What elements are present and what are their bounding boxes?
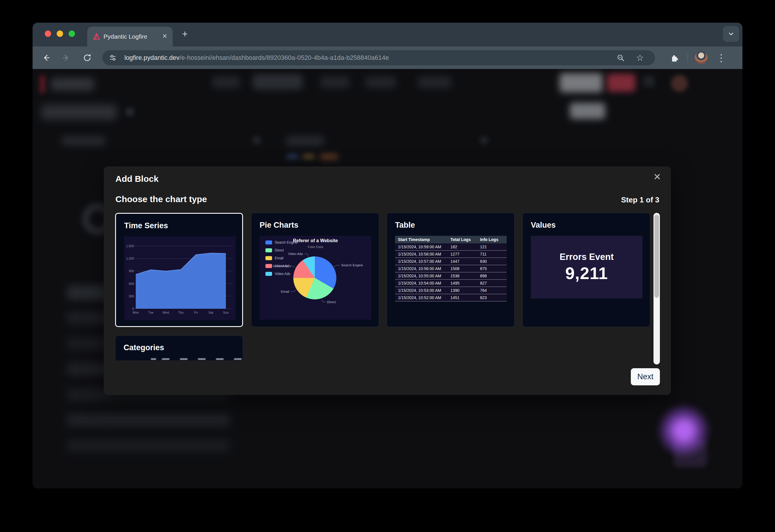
extensions-puzzle-icon[interactable] [669,53,679,62]
svg-text:0: 0 [132,307,134,310]
clipped-chart-sliver [162,358,169,360]
browser-toolbar: logfire.pydantic.dev/e-hosseini/ehsan/da… [33,46,742,69]
url-text: logfire.pydantic.dev/e-hosseini/ehsan/da… [124,50,389,65]
add-block-modal: Add Block ✕ Choose the chart type Step 1… [104,166,671,395]
card-title: Time Series [124,221,168,230]
table-row: 1/15/2024, 10:56:00 AM1508875 [395,265,507,272]
modal-subtitle: Choose the chart type [115,194,207,204]
card-title: Categories [123,343,164,352]
svg-text:Tue: Tue [148,311,153,314]
clipped-chart-sliver [198,358,206,360]
maximize-window-button[interactable] [69,30,75,37]
tab-title: Pydantic Logfire [103,27,147,46]
minimize-window-button[interactable] [57,30,63,37]
modal-scrollbar[interactable] [654,213,660,364]
logfire-favicon-icon [92,33,100,41]
svg-text:1,200: 1,200 [126,257,134,260]
url-path: /e-hosseini/ehsan/dashboards/8920360a-05… [179,54,389,61]
svg-text:Thu: Thu [178,311,184,314]
chevron-down-icon [727,30,735,38]
table-header: Start Timestamp [395,236,447,243]
pie-slice-label: Video Ads [288,252,303,256]
table-row: 1/15/2024, 10:59:00 AM182121 [395,243,507,251]
card-title: Pie Charts [260,221,299,230]
forward-icon[interactable] [62,53,71,62]
table-row: 1/15/2024, 10:53:00 AM1390764 [395,287,507,294]
clipped-chart-sliver [151,358,156,360]
card-table[interactable]: Table Start TimestampTotal LogsInfo Logs… [387,213,514,327]
screen: Pydantic Logfire ✕ + [0,0,775,532]
card-title: Values [531,221,556,230]
table-row: 1/15/2024, 10:58:00 AM1277711 [395,251,507,258]
svg-text:Fri: Fri [194,311,198,314]
browser-window: Pydantic Logfire ✕ + [33,23,742,488]
card-values[interactable]: Values Errors Event 9,211 [522,213,650,327]
back-icon[interactable] [41,53,51,62]
next-button[interactable]: Next [631,368,660,385]
svg-text:Wed: Wed [162,311,169,314]
svg-text:Mon: Mon [132,311,139,314]
clipped-chart-sliver [180,358,187,360]
pie-callout-lines [260,236,371,320]
table-header: Total Logs [447,236,477,243]
metric-title: Errors Event [559,252,614,262]
bookmark-star-icon[interactable]: ☆ [636,53,644,63]
new-tab-button[interactable]: + [178,27,192,41]
table-preview: Start TimestampTotal LogsInfo Logs1/15/2… [395,236,507,299]
close-window-button[interactable] [45,30,51,37]
values-preview: Errors Event 9,211 [531,236,643,299]
svg-text:Sat: Sat [209,311,214,314]
time-series-chart: 03006009001,2001,500MonTueWedThuFriSatSu… [124,236,236,320]
reload-icon[interactable] [82,53,92,62]
table-header: Info Logs [477,236,507,243]
page-content: Add Block ✕ Choose the chart type Step 1… [33,69,742,488]
svg-text:900: 900 [129,269,134,273]
url-domain: logfire.pydantic.dev [124,54,179,61]
pie-slice-label: Email [281,290,289,293]
browser-tab[interactable]: Pydantic Logfire ✕ [87,27,173,46]
pie-slice-label: Union Ads [273,264,288,268]
metric-value: 9,211 [565,263,608,283]
card-title: Table [395,221,415,230]
tab-strip: Pydantic Logfire ✕ + [33,23,742,46]
svg-text:600: 600 [129,282,134,285]
browser-menu-kebab-icon[interactable]: ⋮ [716,51,726,65]
pie-slice-label: Direct [327,300,336,304]
table-row: 1/15/2024, 10:57:00 AM1447830 [395,258,507,265]
toolbar-divider [688,53,688,62]
scrollbar-thumb[interactable] [654,215,659,298]
zoom-out-icon[interactable] [617,54,625,62]
step-indicator: Step 1 of 3 [621,195,659,204]
clipped-chart-sliver [234,358,242,360]
pie-chart: Referer of a Website Fake Data Search En… [260,236,371,320]
table-row: 1/15/2024, 10:52:00 AM1451823 [395,294,507,301]
modal-title: Add Block [115,174,158,184]
table-row: 1/15/2024, 10:55:00 AM1538898 [395,272,507,280]
purple-glow [658,403,710,458]
preview-table: Start TimestampTotal LogsInfo Logs1/15/2… [395,236,507,301]
card-pie-charts[interactable]: Pie Charts Referer of a Website Fake Dat… [251,213,379,327]
clipped-chart-sliver [216,358,224,360]
card-time-series[interactable]: Time Series 03006009001,2001,500MonTueWe… [115,213,243,327]
svg-text:1,500: 1,500 [126,244,134,248]
card-categories[interactable]: Categories [115,335,243,360]
profile-avatar[interactable] [695,51,708,64]
modal-close-icon[interactable]: ✕ [653,172,661,181]
address-bar[interactable]: logfire.pydantic.dev/e-hosseini/ehsan/da… [102,50,655,65]
svg-text:300: 300 [129,294,134,298]
tab-search-button[interactable] [723,26,739,42]
site-info-icon[interactable] [109,54,117,62]
pie-slice-label: Search Engine [341,263,363,267]
svg-text:Sun: Sun [223,311,229,314]
table-row: 1/15/2024, 10:54:00 AM1495827 [395,280,507,287]
tab-close-icon[interactable]: ✕ [162,27,167,46]
